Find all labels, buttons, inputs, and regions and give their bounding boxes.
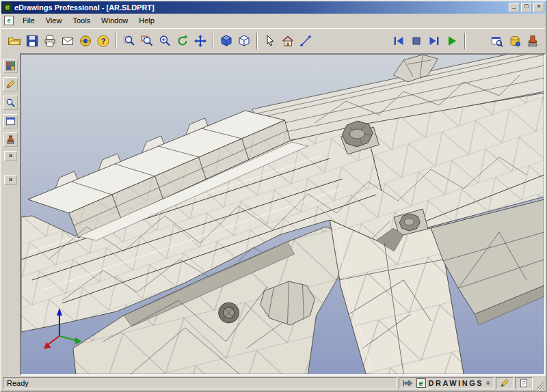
overview-window-button[interactable] xyxy=(488,32,506,50)
select-arrow-icon xyxy=(263,34,277,48)
document-icon: e xyxy=(4,16,14,25)
status-text: Ready xyxy=(7,379,29,387)
animation-next-button[interactable] xyxy=(425,32,443,50)
zoom-area-button[interactable] xyxy=(138,32,156,50)
options-status-panel[interactable] xyxy=(515,377,533,389)
rotate-icon xyxy=(176,34,189,48)
zoom-icon xyxy=(158,34,172,48)
left-toolbar: » » xyxy=(1,53,20,376)
zoom-fit-icon xyxy=(122,34,136,48)
brand-panel: e DRAWINGS ® xyxy=(399,377,494,389)
save-floppy-icon xyxy=(25,34,39,48)
email-envelope-icon xyxy=(61,34,75,48)
zoom-area-icon xyxy=(140,34,154,48)
registered-mark: ® xyxy=(486,380,490,387)
expand-panel-button-2[interactable]: » xyxy=(4,175,17,185)
edrawings-logo-icon: e xyxy=(416,378,426,388)
app-icon: e xyxy=(3,3,12,12)
edrawings-logo-text: DRAWINGS xyxy=(429,379,484,387)
minimize-button[interactable]: _ xyxy=(509,3,520,12)
print-icon xyxy=(43,34,57,48)
save-button[interactable] xyxy=(23,32,41,50)
window-button[interactable] xyxy=(3,114,18,128)
model-viewport[interactable] xyxy=(20,53,546,376)
shaded-cube-icon xyxy=(219,34,233,48)
zoom-fit-button[interactable] xyxy=(120,32,138,50)
menu-bar: e File View Tools Window Help xyxy=(1,14,546,28)
viewport-3d-model[interactable] xyxy=(21,55,544,374)
markup-button[interactable] xyxy=(3,77,18,92)
menu-view[interactable]: View xyxy=(40,14,68,27)
print-button[interactable] xyxy=(41,32,59,50)
next-frame-icon xyxy=(427,34,441,48)
stop-icon xyxy=(410,34,423,48)
open-button[interactable] xyxy=(5,32,23,50)
measure-icon xyxy=(299,34,312,48)
window-icon xyxy=(5,116,16,126)
stamp-small-icon xyxy=(5,135,16,145)
first-frame-icon xyxy=(392,34,405,48)
main-area: » » xyxy=(1,53,546,376)
svg-text:?: ? xyxy=(101,37,106,45)
resize-grip[interactable] xyxy=(534,377,544,389)
open-folder-icon xyxy=(8,34,21,48)
zoom-button[interactable] xyxy=(156,32,174,50)
pan-button[interactable] xyxy=(191,32,209,50)
main-toolbar: ? xyxy=(1,28,546,53)
help-button[interactable]: ? xyxy=(94,32,112,50)
components-icon xyxy=(5,61,16,71)
animation-first-button[interactable] xyxy=(390,32,408,50)
maximize-button[interactable]: □ xyxy=(521,3,532,12)
status-bar: Ready e DRAWINGS ® xyxy=(1,376,546,391)
markup-status-panel[interactable] xyxy=(496,377,513,389)
help-icon: ? xyxy=(96,34,110,48)
animation-play-button[interactable] xyxy=(443,32,461,50)
magnifier-button[interactable] xyxy=(3,96,18,110)
measure-button[interactable] xyxy=(297,32,315,50)
mass-properties-button[interactable] xyxy=(506,32,524,50)
toolbar-separator xyxy=(464,33,466,49)
pan-icon xyxy=(194,34,207,48)
magnifier-icon xyxy=(5,98,16,108)
3d-pointer-button[interactable] xyxy=(77,32,94,50)
grip-lines-icon xyxy=(535,380,544,389)
wireframe-cube-icon xyxy=(237,34,251,48)
expand-panel-button[interactable]: » xyxy=(4,151,17,161)
stamp-icon xyxy=(526,34,539,48)
menu-window[interactable]: Window xyxy=(96,14,133,27)
page-icon xyxy=(519,378,529,388)
status-panel: Ready xyxy=(3,377,397,389)
animation-stop-button[interactable] xyxy=(408,32,425,50)
title-bar: e eDrawings Professional - [AR.SLDPRT] _… xyxy=(1,1,546,14)
select-button[interactable] xyxy=(261,32,279,50)
components-button[interactable] xyxy=(3,59,18,73)
home-icon xyxy=(281,34,295,48)
markup-pencil-icon xyxy=(5,79,16,89)
pencil-icon xyxy=(500,378,509,388)
send-email-button[interactable] xyxy=(59,32,77,50)
stamp-tool-button[interactable] xyxy=(3,132,18,147)
toolbar-separator xyxy=(116,33,117,49)
export-arrow-icon xyxy=(403,378,414,389)
close-button[interactable]: × xyxy=(533,3,544,12)
menu-help[interactable]: Help xyxy=(133,14,160,27)
mass-properties-icon xyxy=(508,34,522,48)
overview-window-icon xyxy=(490,34,504,48)
3d-pointer-icon xyxy=(79,34,92,48)
menu-tools[interactable]: Tools xyxy=(67,14,96,27)
rotate-view-button[interactable] xyxy=(174,32,191,50)
app-window: e eDrawings Professional - [AR.SLDPRT] _… xyxy=(0,0,547,392)
play-icon xyxy=(445,34,459,48)
toolbar-separator xyxy=(213,33,214,49)
stamp-button[interactable] xyxy=(524,32,542,50)
menu-file[interactable]: File xyxy=(17,14,40,27)
toolbar-separator xyxy=(256,33,258,49)
home-view-button[interactable] xyxy=(279,32,297,50)
shaded-view-button[interactable] xyxy=(217,32,235,50)
window-title: eDrawings Professional - [AR.SLDPRT] xyxy=(14,3,507,12)
wireframe-view-button[interactable] xyxy=(235,32,253,50)
